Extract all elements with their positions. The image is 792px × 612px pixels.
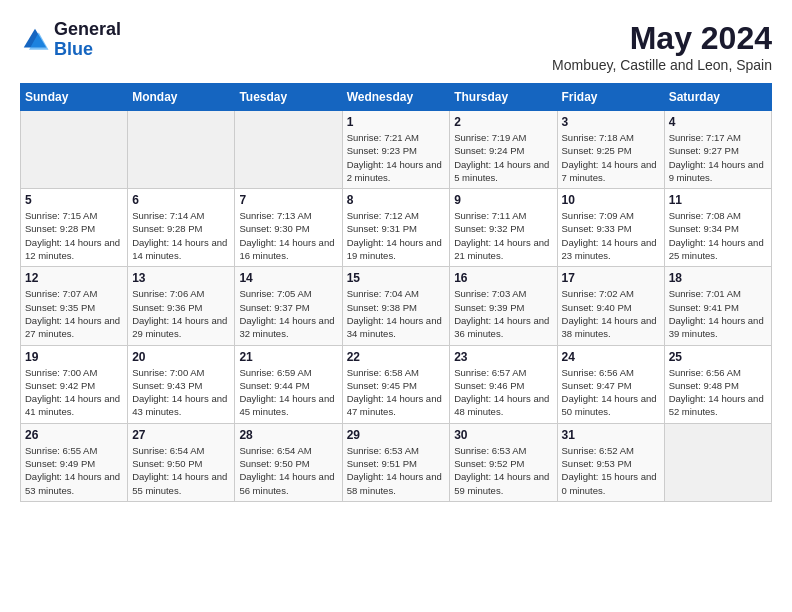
day-sun-info: Sunrise: 6:59 AMSunset: 9:44 PMDaylight:… bbox=[239, 366, 337, 419]
day-number: 28 bbox=[239, 428, 337, 442]
day-number: 22 bbox=[347, 350, 446, 364]
day-number: 9 bbox=[454, 193, 552, 207]
calendar-day-cell: 2Sunrise: 7:19 AMSunset: 9:24 PMDaylight… bbox=[450, 111, 557, 189]
day-number: 16 bbox=[454, 271, 552, 285]
day-number: 18 bbox=[669, 271, 767, 285]
month-title: May 2024 bbox=[552, 20, 772, 57]
day-number: 3 bbox=[562, 115, 660, 129]
calendar-day-cell: 27Sunrise: 6:54 AMSunset: 9:50 PMDayligh… bbox=[128, 423, 235, 501]
calendar-week-row: 5Sunrise: 7:15 AMSunset: 9:28 PMDaylight… bbox=[21, 189, 772, 267]
calendar-day-cell: 20Sunrise: 7:00 AMSunset: 9:43 PMDayligh… bbox=[128, 345, 235, 423]
calendar-day-cell: 12Sunrise: 7:07 AMSunset: 9:35 PMDayligh… bbox=[21, 267, 128, 345]
calendar-header-row: SundayMondayTuesdayWednesdayThursdayFrid… bbox=[21, 84, 772, 111]
day-sun-info: Sunrise: 7:21 AMSunset: 9:23 PMDaylight:… bbox=[347, 131, 446, 184]
calendar-week-row: 12Sunrise: 7:07 AMSunset: 9:35 PMDayligh… bbox=[21, 267, 772, 345]
day-number: 15 bbox=[347, 271, 446, 285]
calendar-day-cell: 9Sunrise: 7:11 AMSunset: 9:32 PMDaylight… bbox=[450, 189, 557, 267]
day-sun-info: Sunrise: 7:11 AMSunset: 9:32 PMDaylight:… bbox=[454, 209, 552, 262]
day-number: 14 bbox=[239, 271, 337, 285]
calendar-day-cell: 4Sunrise: 7:17 AMSunset: 9:27 PMDaylight… bbox=[664, 111, 771, 189]
day-number: 31 bbox=[562, 428, 660, 442]
day-number: 4 bbox=[669, 115, 767, 129]
calendar-day-cell: 7Sunrise: 7:13 AMSunset: 9:30 PMDaylight… bbox=[235, 189, 342, 267]
day-number: 27 bbox=[132, 428, 230, 442]
day-sun-info: Sunrise: 7:04 AMSunset: 9:38 PMDaylight:… bbox=[347, 287, 446, 340]
day-number: 2 bbox=[454, 115, 552, 129]
day-sun-info: Sunrise: 7:00 AMSunset: 9:42 PMDaylight:… bbox=[25, 366, 123, 419]
day-sun-info: Sunrise: 7:01 AMSunset: 9:41 PMDaylight:… bbox=[669, 287, 767, 340]
calendar-day-cell: 28Sunrise: 6:54 AMSunset: 9:50 PMDayligh… bbox=[235, 423, 342, 501]
logo-icon bbox=[20, 25, 50, 55]
day-sun-info: Sunrise: 7:06 AMSunset: 9:36 PMDaylight:… bbox=[132, 287, 230, 340]
calendar-day-cell: 6Sunrise: 7:14 AMSunset: 9:28 PMDaylight… bbox=[128, 189, 235, 267]
day-number: 6 bbox=[132, 193, 230, 207]
day-sun-info: Sunrise: 6:54 AMSunset: 9:50 PMDaylight:… bbox=[132, 444, 230, 497]
calendar-week-row: 26Sunrise: 6:55 AMSunset: 9:49 PMDayligh… bbox=[21, 423, 772, 501]
calendar-day-cell: 8Sunrise: 7:12 AMSunset: 9:31 PMDaylight… bbox=[342, 189, 450, 267]
calendar-day-cell: 1Sunrise: 7:21 AMSunset: 9:23 PMDaylight… bbox=[342, 111, 450, 189]
day-sun-info: Sunrise: 7:08 AMSunset: 9:34 PMDaylight:… bbox=[669, 209, 767, 262]
day-of-week-header: Sunday bbox=[21, 84, 128, 111]
calendar-day-cell bbox=[664, 423, 771, 501]
day-sun-info: Sunrise: 7:09 AMSunset: 9:33 PMDaylight:… bbox=[562, 209, 660, 262]
day-number: 19 bbox=[25, 350, 123, 364]
calendar-day-cell: 16Sunrise: 7:03 AMSunset: 9:39 PMDayligh… bbox=[450, 267, 557, 345]
calendar-day-cell: 26Sunrise: 6:55 AMSunset: 9:49 PMDayligh… bbox=[21, 423, 128, 501]
day-sun-info: Sunrise: 7:00 AMSunset: 9:43 PMDaylight:… bbox=[132, 366, 230, 419]
calendar-day-cell: 5Sunrise: 7:15 AMSunset: 9:28 PMDaylight… bbox=[21, 189, 128, 267]
day-number: 17 bbox=[562, 271, 660, 285]
day-number: 26 bbox=[25, 428, 123, 442]
day-of-week-header: Thursday bbox=[450, 84, 557, 111]
calendar-day-cell: 3Sunrise: 7:18 AMSunset: 9:25 PMDaylight… bbox=[557, 111, 664, 189]
day-number: 12 bbox=[25, 271, 123, 285]
calendar-day-cell: 21Sunrise: 6:59 AMSunset: 9:44 PMDayligh… bbox=[235, 345, 342, 423]
calendar-day-cell: 22Sunrise: 6:58 AMSunset: 9:45 PMDayligh… bbox=[342, 345, 450, 423]
calendar-day-cell: 17Sunrise: 7:02 AMSunset: 9:40 PMDayligh… bbox=[557, 267, 664, 345]
calendar-day-cell: 10Sunrise: 7:09 AMSunset: 9:33 PMDayligh… bbox=[557, 189, 664, 267]
day-number: 21 bbox=[239, 350, 337, 364]
day-sun-info: Sunrise: 7:02 AMSunset: 9:40 PMDaylight:… bbox=[562, 287, 660, 340]
calendar-day-cell: 11Sunrise: 7:08 AMSunset: 9:34 PMDayligh… bbox=[664, 189, 771, 267]
calendar-day-cell bbox=[128, 111, 235, 189]
calendar-day-cell: 23Sunrise: 6:57 AMSunset: 9:46 PMDayligh… bbox=[450, 345, 557, 423]
day-sun-info: Sunrise: 6:56 AMSunset: 9:47 PMDaylight:… bbox=[562, 366, 660, 419]
day-number: 24 bbox=[562, 350, 660, 364]
day-sun-info: Sunrise: 6:53 AMSunset: 9:51 PMDaylight:… bbox=[347, 444, 446, 497]
day-sun-info: Sunrise: 6:54 AMSunset: 9:50 PMDaylight:… bbox=[239, 444, 337, 497]
calendar-week-row: 1Sunrise: 7:21 AMSunset: 9:23 PMDaylight… bbox=[21, 111, 772, 189]
calendar-day-cell: 30Sunrise: 6:53 AMSunset: 9:52 PMDayligh… bbox=[450, 423, 557, 501]
day-sun-info: Sunrise: 7:15 AMSunset: 9:28 PMDaylight:… bbox=[25, 209, 123, 262]
day-number: 23 bbox=[454, 350, 552, 364]
day-sun-info: Sunrise: 7:14 AMSunset: 9:28 PMDaylight:… bbox=[132, 209, 230, 262]
day-number: 13 bbox=[132, 271, 230, 285]
day-number: 10 bbox=[562, 193, 660, 207]
logo: General Blue bbox=[20, 20, 121, 60]
calendar-day-cell: 25Sunrise: 6:56 AMSunset: 9:48 PMDayligh… bbox=[664, 345, 771, 423]
day-sun-info: Sunrise: 7:05 AMSunset: 9:37 PMDaylight:… bbox=[239, 287, 337, 340]
day-sun-info: Sunrise: 7:13 AMSunset: 9:30 PMDaylight:… bbox=[239, 209, 337, 262]
calendar-day-cell: 14Sunrise: 7:05 AMSunset: 9:37 PMDayligh… bbox=[235, 267, 342, 345]
day-number: 20 bbox=[132, 350, 230, 364]
day-sun-info: Sunrise: 7:17 AMSunset: 9:27 PMDaylight:… bbox=[669, 131, 767, 184]
calendar-day-cell: 15Sunrise: 7:04 AMSunset: 9:38 PMDayligh… bbox=[342, 267, 450, 345]
day-number: 30 bbox=[454, 428, 552, 442]
logo-blue: Blue bbox=[54, 39, 93, 59]
calendar-day-cell: 24Sunrise: 6:56 AMSunset: 9:47 PMDayligh… bbox=[557, 345, 664, 423]
day-sun-info: Sunrise: 6:58 AMSunset: 9:45 PMDaylight:… bbox=[347, 366, 446, 419]
day-number: 29 bbox=[347, 428, 446, 442]
day-number: 7 bbox=[239, 193, 337, 207]
day-sun-info: Sunrise: 7:07 AMSunset: 9:35 PMDaylight:… bbox=[25, 287, 123, 340]
calendar-table: SundayMondayTuesdayWednesdayThursdayFrid… bbox=[20, 83, 772, 502]
location-title: Mombuey, Castille and Leon, Spain bbox=[552, 57, 772, 73]
calendar-day-cell: 13Sunrise: 7:06 AMSunset: 9:36 PMDayligh… bbox=[128, 267, 235, 345]
day-number: 25 bbox=[669, 350, 767, 364]
calendar-day-cell bbox=[21, 111, 128, 189]
day-of-week-header: Monday bbox=[128, 84, 235, 111]
calendar-day-cell: 29Sunrise: 6:53 AMSunset: 9:51 PMDayligh… bbox=[342, 423, 450, 501]
calendar-week-row: 19Sunrise: 7:00 AMSunset: 9:42 PMDayligh… bbox=[21, 345, 772, 423]
calendar-day-cell: 31Sunrise: 6:52 AMSunset: 9:53 PMDayligh… bbox=[557, 423, 664, 501]
day-of-week-header: Wednesday bbox=[342, 84, 450, 111]
day-number: 1 bbox=[347, 115, 446, 129]
day-sun-info: Sunrise: 6:56 AMSunset: 9:48 PMDaylight:… bbox=[669, 366, 767, 419]
day-sun-info: Sunrise: 7:18 AMSunset: 9:25 PMDaylight:… bbox=[562, 131, 660, 184]
